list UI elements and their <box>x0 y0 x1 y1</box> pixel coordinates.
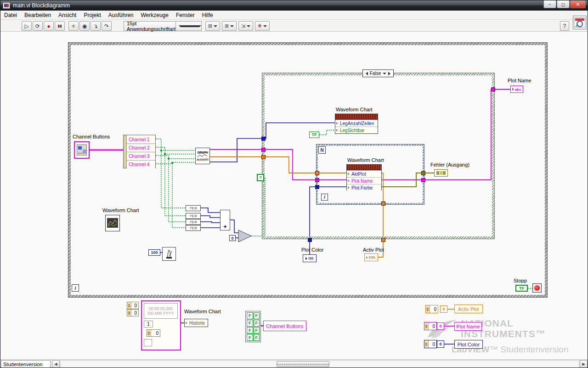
bool-cell[interactable]: F <box>254 327 260 334</box>
case-selector[interactable]: False <box>362 69 394 77</box>
run-continuous-button[interactable]: ⟳ <box>33 21 43 31</box>
history-cluster-constant[interactable]: 00:00:00,000DD.MM.YYYY 1 0 <box>141 300 181 351</box>
history-count-control[interactable]: 0 <box>127 302 139 309</box>
hundred-constant[interactable]: 100 <box>148 249 160 256</box>
property-item[interactable]: Plot.Farbe <box>351 185 373 190</box>
activ-plot-terminal[interactable]: DBL <box>364 253 378 261</box>
select-node[interactable]: ?1:0 <box>186 205 201 211</box>
tunnel[interactable] <box>381 201 385 206</box>
plot-color-init-constant[interactable]: 0 <box>437 340 444 348</box>
menu-hilfe[interactable]: Hilfe <box>198 11 217 19</box>
activ-plot-init-constant[interactable]: 0 <box>440 305 447 313</box>
scroll-left-button[interactable]: ◀ <box>52 360 60 368</box>
property-item[interactable]: LegAnzahlZeilen <box>340 121 374 126</box>
reorder-objects-dropdown[interactable]: ❖ <box>255 21 270 31</box>
plot-color-init-control[interactable]: 0 <box>424 340 437 348</box>
cluster-item[interactable]: Channel 4 <box>127 160 155 168</box>
plot-name-init-constant[interactable]: 0 <box>437 322 444 330</box>
retain-wire-values-button[interactable]: ◉ <box>79 21 90 31</box>
history-count-control[interactable]: 0 <box>127 309 139 316</box>
historie-property-node[interactable]: Historie <box>184 319 208 327</box>
channel-buttons-terminal[interactable] <box>74 141 90 159</box>
property-node-legend[interactable]: LegAnzahlZeilen LegSichtbar <box>335 114 378 134</box>
activ-plot-init-control[interactable]: 0 <box>425 305 438 313</box>
distribute-objects-dropdown[interactable]: ≣ <box>222 21 237 31</box>
tunnel[interactable] <box>261 155 266 159</box>
title-bar[interactable]: main.vi Blockdiagramm − ◻ ✕ <box>0 0 588 11</box>
maximize-button[interactable]: ◻ <box>557 0 570 8</box>
while-iteration-terminal[interactable]: i <box>72 284 79 292</box>
step-over-button[interactable]: ↷ <box>102 21 112 31</box>
horizontal-scrollbar[interactable] <box>60 360 579 368</box>
error-out-terminal[interactable] <box>434 169 448 177</box>
empty-field[interactable] <box>144 339 152 346</box>
plot-color-local[interactable]: Plot Color <box>454 340 483 349</box>
case-dropdown-icon[interactable] <box>383 73 386 75</box>
tunnel[interactable] <box>421 178 425 182</box>
history-zero-control[interactable]: 0 <box>147 329 160 337</box>
case-selector-terminal[interactable]: ? <box>257 174 264 181</box>
bool-cell[interactable]: F <box>247 320 253 327</box>
menu-ansicht[interactable]: Ansicht <box>55 11 80 19</box>
select-node[interactable]: ?1:0 <box>186 219 201 225</box>
context-help-button[interactable]: ? <box>560 21 569 31</box>
highlight-execution-button[interactable]: ☀ <box>68 21 79 31</box>
waveform-chart-terminal[interactable] <box>105 215 120 231</box>
timestamp-constant[interactable]: 00:00:00,000DD.MM.YYYY <box>144 303 178 319</box>
menu-projekt[interactable]: Projekt <box>80 11 104 19</box>
bool-cell[interactable]: F <box>254 320 260 327</box>
scroll-right-button[interactable]: ▶ <box>580 360 588 368</box>
add-node[interactable]: + <box>220 210 230 230</box>
property-node-plot[interactable]: AktPlot Plot.Name Plot.Farbe <box>346 164 382 190</box>
loop-condition-terminal[interactable] <box>532 283 542 293</box>
case-next-icon[interactable] <box>388 72 390 75</box>
menu-fenster[interactable]: Fenster <box>172 11 198 19</box>
tunnel[interactable] <box>315 185 319 189</box>
boolean-constant[interactable]: TF <box>309 132 319 138</box>
property-item[interactable]: LegSichtbar <box>340 128 364 133</box>
align-objects-dropdown[interactable]: ⊞ <box>205 21 220 31</box>
wait-metronome-node[interactable] <box>162 247 176 261</box>
menu-werkzeuge[interactable]: Werkzeuge <box>137 11 172 19</box>
graph-auswahl-subvi[interactable]: GRAPH auswahl <box>195 148 210 164</box>
channel-buttons-local[interactable]: Channel Buttons <box>263 321 306 331</box>
resize-objects-dropdown[interactable]: ⇲ <box>238 21 253 31</box>
tunnel[interactable] <box>261 137 266 141</box>
bool-cell[interactable]: F <box>254 312 260 319</box>
tunnel[interactable] <box>308 238 312 242</box>
for-loop-iteration-terminal[interactable]: i <box>321 194 328 201</box>
cluster-item[interactable]: Channel 1 <box>127 135 155 144</box>
stopp-terminal[interactable]: TF <box>515 285 528 292</box>
step-into-button[interactable]: ↴ <box>90 21 101 31</box>
tunnel[interactable] <box>381 238 385 242</box>
close-button[interactable]: ✕ <box>570 0 586 8</box>
bool-cell[interactable]: F <box>247 334 253 341</box>
minimize-button[interactable]: − <box>543 0 556 8</box>
unbundle-by-name-node[interactable]: Channel 1 Channel 2 Channel 3 Channel 4 <box>123 135 156 168</box>
tunnel[interactable] <box>315 178 319 182</box>
select-node[interactable]: ?1:0 <box>186 225 201 231</box>
font-selector-caret-icon[interactable] <box>175 22 201 30</box>
tunnel[interactable] <box>261 148 266 152</box>
menu-datei[interactable]: Datei <box>0 11 21 19</box>
vi-icon[interactable] <box>573 16 587 29</box>
bool-cell[interactable]: F <box>247 312 253 319</box>
bool-cell[interactable]: F <box>247 327 253 334</box>
for-loop-count-terminal[interactable]: N <box>318 146 326 154</box>
cluster-item[interactable]: Channel 2 <box>127 144 155 152</box>
tunnel[interactable] <box>315 171 319 175</box>
tunnel[interactable] <box>421 171 425 175</box>
activ-plot-local[interactable]: Activ Plot <box>454 305 483 313</box>
menu-ausfuehren[interactable]: Ausführen <box>105 11 137 19</box>
history-one-constant[interactable]: 1 <box>144 321 153 328</box>
font-selector[interactable]: 15pt Anwendungsschriftart <box>124 21 202 31</box>
property-item[interactable]: Plot.Name <box>351 178 373 184</box>
block-diagram-canvas[interactable]: NATIONAL INSTRUMENTS™ LabVIEW™ Studenten… <box>0 32 588 359</box>
tunnel[interactable] <box>491 87 495 92</box>
pause-button[interactable]: ▮▮ <box>55 21 65 31</box>
case-selector-value[interactable]: False <box>370 71 381 76</box>
bool-cell[interactable]: F <box>254 334 260 341</box>
select-node[interactable]: ?1:0 <box>186 213 201 219</box>
plot-name-terminal[interactable]: abc <box>510 86 523 93</box>
cluster-item[interactable]: Channel 3 <box>127 152 155 160</box>
